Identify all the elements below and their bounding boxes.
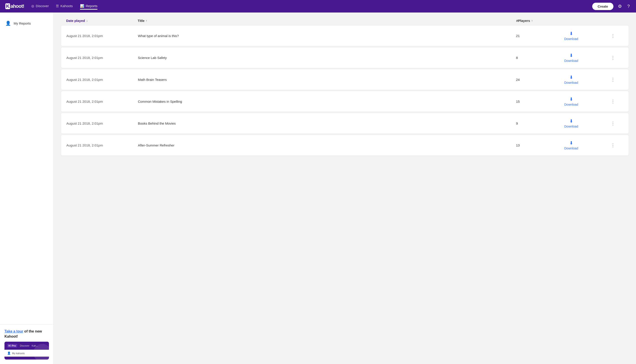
download-icon-5: ⬇ bbox=[569, 140, 573, 146]
cell-players-4: 9 bbox=[516, 118, 561, 129]
table-row: August 21 2018, 2:01pm Math Brain Teaser… bbox=[61, 69, 629, 90]
cell-title-5: After-Summer Refresher bbox=[138, 140, 516, 151]
cell-players-0: 21 bbox=[516, 30, 561, 41]
promo-content-label: My kahoots bbox=[12, 352, 25, 354]
settings-button[interactable]: ⚙ bbox=[617, 3, 623, 10]
more-menu-button-0[interactable]: ⋮ bbox=[610, 32, 616, 39]
cell-download-3: ⬇ Download bbox=[561, 91, 610, 112]
sort-arrow-players: ↑ bbox=[531, 19, 533, 22]
table-row: August 21 2018, 2:01pm What type of anim… bbox=[61, 25, 629, 46]
cell-title-0: What type of animal is this? bbox=[138, 30, 516, 41]
cell-date-3: August 21 2018, 2:01pm bbox=[66, 96, 138, 107]
promo-nav-discover: Discover bbox=[20, 344, 30, 347]
download-label-5: Download bbox=[564, 146, 578, 150]
navbar: Kahoot! ◎ Discover ☰ Kahoots 📊 Reports C… bbox=[0, 0, 636, 12]
table-body: August 21 2018, 2:01pm What type of anim… bbox=[61, 25, 629, 156]
main-content: Date played ↓ Title ↑ #Players ↑ August … bbox=[54, 12, 636, 364]
cell-more-1: ⋮ bbox=[610, 50, 623, 65]
cell-title-1: Science Lab Safety bbox=[138, 52, 516, 63]
cell-players-1: 8 bbox=[516, 52, 561, 63]
my-reports-label: My Reports bbox=[14, 22, 31, 25]
cell-players-5: 13 bbox=[516, 140, 561, 151]
cell-download-0: ⬇ Download bbox=[561, 26, 610, 46]
table-row: August 21 2018, 2:01pm Common Mistakes i… bbox=[61, 91, 629, 112]
header-players[interactable]: #Players ↑ bbox=[516, 19, 561, 22]
more-menu-button-5[interactable]: ⋮ bbox=[610, 142, 616, 149]
promo-nav: Discover Kah... bbox=[20, 344, 38, 347]
download-icon-3: ⬇ bbox=[569, 96, 573, 102]
person-icon: 👤 bbox=[5, 20, 11, 26]
download-label-0: Download bbox=[564, 37, 578, 41]
download-button-4[interactable]: ⬇ Download bbox=[561, 116, 582, 130]
cell-date-0: August 21 2018, 2:01pm bbox=[66, 30, 138, 41]
promo-person-icon: 👤 bbox=[7, 352, 11, 355]
download-label-2: Download bbox=[564, 81, 578, 84]
cell-title-4: Books Behind the Movies bbox=[138, 118, 516, 129]
cell-date-1: August 21 2018, 2:01pm bbox=[66, 52, 138, 63]
navbar-right: Create ⚙ ? bbox=[592, 3, 631, 10]
header-download-empty bbox=[561, 19, 610, 22]
sort-arrow-title: ↑ bbox=[146, 19, 147, 22]
brand-k: K bbox=[5, 3, 10, 9]
header-title[interactable]: Title ↑ bbox=[138, 19, 516, 22]
download-icon-1: ⬇ bbox=[569, 53, 573, 58]
more-menu-button-4[interactable]: ⋮ bbox=[610, 120, 616, 127]
download-label-3: Download bbox=[564, 103, 578, 106]
cell-title-2: Math Brain Teasers bbox=[138, 74, 516, 85]
download-label-4: Download bbox=[564, 124, 578, 128]
main-layout: 👤 My Reports Take a tour of the new Kaho… bbox=[0, 12, 636, 364]
more-menu-button-3[interactable]: ⋮ bbox=[610, 98, 616, 105]
kahoots-icon: ☰ bbox=[56, 4, 59, 8]
table-container: Date played ↓ Title ↑ #Players ↑ August … bbox=[54, 12, 636, 161]
cell-players-3: 15 bbox=[516, 96, 561, 107]
nav-reports[interactable]: 📊 Reports bbox=[80, 3, 98, 10]
header-more-empty bbox=[610, 19, 623, 22]
discover-icon: ◎ bbox=[31, 4, 34, 8]
download-icon-4: ⬇ bbox=[569, 118, 573, 124]
cell-date-4: August 21 2018, 2:01pm bbox=[66, 118, 138, 129]
cell-download-4: ⬇ Download bbox=[561, 113, 610, 134]
download-button-5[interactable]: ⬇ Download bbox=[561, 138, 582, 152]
header-date-played[interactable]: Date played ↓ bbox=[66, 19, 138, 22]
reports-icon: 📊 bbox=[80, 4, 84, 8]
sidebar-my-reports[interactable]: 👤 My Reports bbox=[0, 18, 54, 28]
cell-more-4: ⋮ bbox=[610, 116, 623, 130]
help-button[interactable]: ? bbox=[626, 3, 631, 10]
cell-download-1: ⬇ Download bbox=[561, 47, 610, 68]
download-icon-2: ⬇ bbox=[569, 74, 573, 80]
promo-tour-link[interactable]: Take a tour bbox=[5, 330, 23, 333]
download-button-3[interactable]: ⬇ Download bbox=[561, 95, 582, 108]
cell-more-5: ⋮ bbox=[610, 138, 623, 152]
download-button-0[interactable]: ⬇ Download bbox=[561, 29, 582, 42]
download-button-1[interactable]: ⬇ Download bbox=[561, 51, 582, 64]
nav-kahoots[interactable]: ☰ Kahoots bbox=[56, 3, 73, 10]
promo-card: Take a tour of the new Kahoot! K! Pro Di… bbox=[0, 324, 54, 364]
more-menu-button-2[interactable]: ⋮ bbox=[610, 76, 616, 83]
brand-logo[interactable]: Kahoot! bbox=[5, 3, 24, 9]
promo-title: Take a tour of the new Kahoot! bbox=[5, 329, 49, 339]
cell-date-5: August 21 2018, 2:01pm bbox=[66, 140, 138, 151]
promo-logo: K! Pro bbox=[7, 344, 17, 348]
download-icon-0: ⬇ bbox=[569, 31, 573, 36]
download-label-1: Download bbox=[564, 59, 578, 62]
table-row: August 21 2018, 2:01pm Books Behind the … bbox=[61, 113, 629, 134]
cell-more-3: ⋮ bbox=[610, 94, 623, 108]
cell-title-3: Common Mistakes in Spelling bbox=[138, 96, 516, 107]
promo-preview: K! Pro Discover Kah... 👤 My kahoots bbox=[5, 342, 49, 360]
table-row: August 21 2018, 2:01pm After-Summer Refr… bbox=[61, 135, 629, 156]
download-button-2[interactable]: ⬇ Download bbox=[561, 73, 582, 86]
sidebar: 👤 My Reports Take a tour of the new Kaho… bbox=[0, 12, 54, 364]
table-header: Date played ↓ Title ↑ #Players ↑ bbox=[61, 17, 629, 24]
cell-players-2: 24 bbox=[516, 74, 561, 85]
nav-discover[interactable]: ◎ Discover bbox=[31, 3, 49, 10]
create-button[interactable]: Create bbox=[592, 3, 613, 10]
cell-more-2: ⋮ bbox=[610, 72, 623, 87]
cell-download-2: ⬇ Download bbox=[561, 69, 610, 90]
cell-date-2: August 21 2018, 2:01pm bbox=[66, 74, 138, 85]
cell-more-0: ⋮ bbox=[610, 28, 623, 43]
cell-download-5: ⬇ Download bbox=[561, 135, 610, 156]
sort-arrow-date: ↓ bbox=[86, 19, 88, 22]
table-row: August 21 2018, 2:01pm Science Lab Safet… bbox=[61, 47, 629, 68]
more-menu-button-1[interactable]: ⋮ bbox=[610, 54, 616, 61]
